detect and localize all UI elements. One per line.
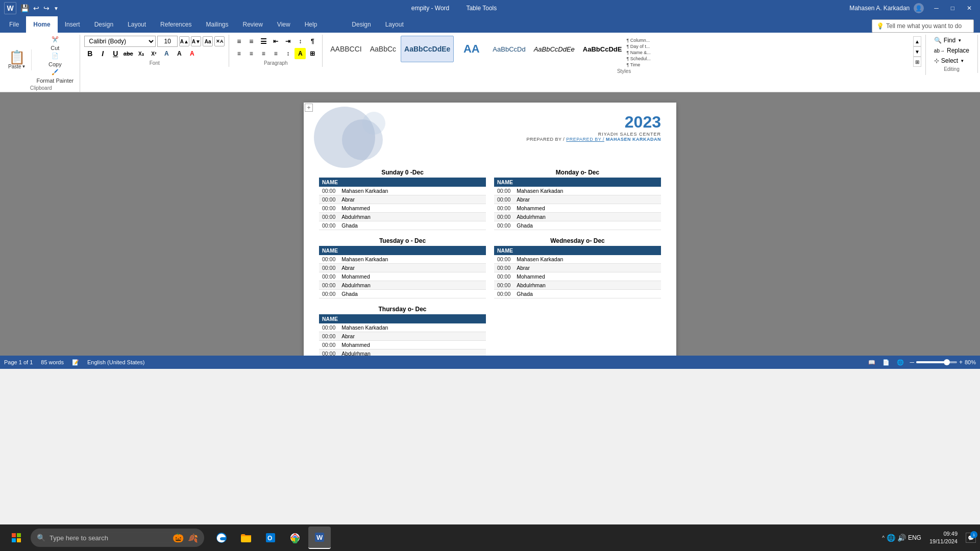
increase-indent-button[interactable]: ⇥	[282, 36, 293, 47]
tab-view[interactable]: View	[270, 16, 298, 33]
bullets-button[interactable]: ≡	[233, 36, 244, 47]
volume-icon[interactable]: 🔊	[897, 534, 906, 542]
tab-table-layout[interactable]: Layout	[378, 16, 411, 33]
tab-home[interactable]: Home	[26, 16, 57, 33]
maximize-icon[interactable]: □	[947, 4, 959, 13]
select-button[interactable]: ⊹ Select ▼	[930, 56, 973, 65]
language-indicator[interactable]: ENG	[908, 534, 921, 541]
text-highlight-button[interactable]: A	[174, 48, 185, 59]
change-case-button[interactable]: Aa	[203, 36, 213, 46]
style-aabbccdd[interactable]: AaBbCcDd	[489, 36, 529, 62]
start-button[interactable]	[4, 525, 29, 550]
taskbar: 🔍 🎃 🍂 O	[0, 524, 980, 551]
show-marks-button[interactable]: ¶	[307, 36, 318, 47]
quick-access-chevron[interactable]: ▼	[54, 6, 59, 11]
add-table-icon[interactable]: +	[305, 104, 313, 112]
align-center-button[interactable]: ≡	[246, 48, 257, 59]
italic-button[interactable]: I	[97, 48, 108, 59]
paste-button[interactable]: 📋 Paste▼	[6, 49, 28, 70]
tab-insert[interactable]: Insert	[58, 16, 87, 33]
prepared-by-underline: PREPARED BY /	[566, 137, 604, 142]
language[interactable]: English (United States)	[87, 359, 145, 365]
numbering-button[interactable]: ≡	[246, 36, 257, 47]
style-label-schedule: ¶ Schedul...	[626, 56, 650, 61]
zoom-slider[interactable]	[916, 361, 957, 363]
shading-button[interactable]: A	[295, 48, 306, 59]
title-bar-center: empity - Word Table Tools	[59, 5, 849, 12]
align-left-button[interactable]: ≡	[233, 48, 244, 59]
clear-formatting-button[interactable]: ✕A	[214, 36, 225, 46]
align-right-button[interactable]: ≡	[258, 48, 269, 59]
redo-icon[interactable]: ↪	[43, 4, 50, 12]
font-family-select[interactable]: Calibri (Body)	[84, 36, 156, 47]
style-label-dayoft: ¶ Day of t...	[626, 44, 650, 49]
clock[interactable]: 09:49 19/11/2024	[925, 530, 962, 546]
tuesday-title: Tuesday o - Dec	[319, 237, 486, 244]
restore-down-icon[interactable]: ─	[930, 4, 943, 13]
taskbar-outlook-icon[interactable]: O	[259, 527, 282, 549]
underline-button[interactable]: U	[110, 48, 121, 59]
zoom-out-icon[interactable]: ─	[910, 359, 914, 366]
chevron-icon[interactable]: ^	[882, 535, 885, 541]
document[interactable]: + 2023 RIYADH SALES CENTER PREPARED BY /…	[304, 103, 676, 356]
text-effects-button[interactable]: A	[161, 48, 172, 59]
line-spacing-button[interactable]: ↕	[282, 48, 293, 59]
tab-file[interactable]: File	[2, 16, 26, 33]
taskbar-word-icon[interactable]: W	[308, 527, 331, 549]
style-emphasis[interactable]: AaBbCcDdEe	[530, 36, 578, 62]
find-button[interactable]: 🔍 Find ▼	[930, 36, 973, 45]
search-bar[interactable]: 🔍 🎃 🍂	[31, 529, 204, 547]
close-icon[interactable]: ✕	[963, 4, 976, 13]
subscript-button[interactable]: X₂	[135, 48, 146, 59]
superscript-button[interactable]: X²	[148, 48, 159, 59]
taskbar-explorer-icon[interactable]	[235, 527, 257, 549]
format-painter-button[interactable]: 🖌️ Format Painter	[35, 68, 76, 84]
notification-button[interactable]: 💬 1	[966, 533, 976, 543]
status-bar: Page 1 of 1 85 words 📝 English (United S…	[0, 356, 980, 369]
font-color-button[interactable]: A	[186, 48, 198, 59]
bold-button[interactable]: B	[84, 48, 95, 59]
web-layout-button[interactable]: 🌐	[895, 357, 905, 367]
sort-button[interactable]: ↕	[295, 36, 306, 47]
font-size-input[interactable]	[157, 36, 178, 47]
print-layout-button[interactable]: 📄	[881, 357, 891, 367]
multilevel-button[interactable]: ☰	[258, 36, 269, 47]
account-icon[interactable]: 👤	[914, 3, 924, 13]
font-size-increase-button[interactable]: A▲	[179, 36, 189, 46]
styles-scroll-up-button[interactable]: ▲	[913, 36, 921, 46]
search-input[interactable]	[50, 534, 168, 542]
style-aabbcc[interactable]: AaBbCc	[366, 36, 400, 62]
decrease-indent-button[interactable]: ⇤	[270, 36, 281, 47]
cut-button[interactable]: ✂️ Cut	[35, 36, 76, 52]
proofing-icon[interactable]: 📝	[72, 359, 79, 366]
zoom-in-icon[interactable]: +	[959, 359, 963, 366]
replace-button[interactable]: ab→ Replace	[930, 46, 973, 55]
styles-scroll-down-button[interactable]: ▼	[913, 46, 921, 57]
taskbar-edge-icon[interactable]	[210, 527, 233, 549]
taskbar-right: ^ 🌐 🔊 ENG 09:49 19/11/2024 💬 1	[882, 530, 976, 546]
tab-references[interactable]: References	[153, 16, 199, 33]
style-aabbccdde[interactable]: AaBbCcDdEe	[401, 36, 454, 62]
network-icon[interactable]: 🌐	[887, 534, 895, 542]
copy-button[interactable]: 📄 Copy	[35, 52, 76, 68]
undo-icon[interactable]: ↩	[33, 4, 39, 12]
strikethrough-button[interactable]: abc	[122, 48, 134, 59]
tab-table-design[interactable]: Design	[345, 16, 378, 33]
tab-mailings[interactable]: Mailings	[199, 16, 235, 33]
tab-help[interactable]: Help	[298, 16, 325, 33]
borders-button[interactable]: ⊞	[307, 48, 318, 59]
save-icon[interactable]: 💾	[20, 4, 29, 12]
style-normal-aabbcci[interactable]: AABBCCI	[327, 36, 365, 62]
tab-design[interactable]: Design	[87, 16, 120, 33]
font-size-decrease-button[interactable]: A▼	[191, 36, 201, 46]
justify-button[interactable]: ≡	[270, 48, 281, 59]
monday-header-row: NAME	[494, 178, 661, 187]
read-mode-button[interactable]: 📖	[867, 357, 877, 367]
tab-layout[interactable]: Layout	[120, 16, 153, 33]
styles-expand-button[interactable]: ⊞	[913, 57, 921, 67]
taskbar-chrome-icon[interactable]	[284, 527, 306, 549]
style-strong[interactable]: AaBbCcDdE	[579, 36, 626, 62]
tab-review[interactable]: Review	[235, 16, 270, 33]
style-heading-aa[interactable]: AA	[455, 36, 488, 62]
tell-me-input[interactable]: 💡 Tell me what you want to do	[872, 19, 974, 33]
